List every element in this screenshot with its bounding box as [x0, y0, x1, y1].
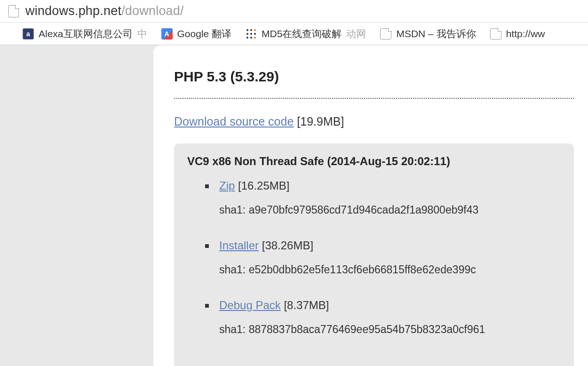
list-item: Installer [38.26MB] sha1: e52b0dbb62e5fe…: [205, 239, 561, 276]
bookmarks-bar: a Alexa互联网信息公司中 A Google 翻译 MD5在线查询破解 动网…: [0, 23, 588, 45]
download-source-link[interactable]: Download source code: [174, 115, 294, 128]
sidebar-gap: [0, 45, 153, 366]
bookmark-label: Google 翻译: [177, 27, 232, 40]
content-area: PHP 5.3 (5.3.29) Download source code [1…: [0, 45, 588, 366]
bookmark-google-translate[interactable]: A Google 翻译: [161, 27, 232, 40]
list-item: Debug Pack [8.37MB] sha1: 8878837b8aca77…: [205, 299, 561, 336]
url-host: windows.php.net: [25, 4, 121, 18]
page-title: PHP 5.3 (5.3.29): [174, 69, 574, 85]
bookmark-msdn[interactable]: MSDN – 我告诉你: [380, 27, 476, 40]
download-list: Zip [16.25MB] sha1: a9e70bfc979586cd71d9…: [187, 179, 561, 336]
alexa-icon: a: [23, 28, 34, 40]
bookmark-trail: 中: [137, 27, 147, 40]
sha1-hash: sha1: a9e70bfc979586cd71d946cada2f1a9800…: [219, 204, 561, 216]
bookmark-md5[interactable]: MD5在线查询破解 动网: [246, 27, 366, 40]
page-icon: [380, 28, 391, 40]
list-item: Zip [16.25MB] sha1: a9e70bfc979586cd71d9…: [205, 179, 561, 216]
file-size: [16.25MB]: [238, 179, 289, 192]
google-translate-icon: A: [161, 28, 173, 40]
url-text: windows.php.net/download/: [25, 4, 184, 18]
bookmark-trail: 动网: [346, 27, 366, 40]
bookmark-label: MD5在线查询破解: [262, 27, 342, 40]
source-size: [19.9MB]: [297, 115, 344, 128]
download-installer-link[interactable]: Installer: [219, 239, 259, 252]
page-icon: [490, 28, 501, 40]
build-section: VC9 x86 Non Thread Safe (2014-Aug-15 20:…: [174, 143, 574, 366]
grid-icon: [246, 28, 257, 40]
divider: [174, 98, 574, 99]
address-bar[interactable]: windows.php.net/download/: [0, 0, 588, 23]
bookmark-label: MSDN – 我告诉你: [396, 27, 476, 40]
main-content: PHP 5.3 (5.3.29) Download source code [1…: [153, 45, 588, 366]
bookmark-http[interactable]: http://ww: [490, 28, 545, 40]
sha1-hash: sha1: 8878837b8aca776469ee95a54b75b8323a…: [219, 323, 561, 336]
url-path: /download/: [121, 4, 184, 18]
section-title: VC9 x86 Non Thread Safe (2014-Aug-15 20:…: [187, 155, 561, 168]
file-size: [38.26MB]: [262, 239, 313, 252]
download-zip-link[interactable]: Zip: [219, 179, 235, 192]
file-size: [8.37MB]: [284, 299, 329, 311]
sha1-hash: sha1: e52b0dbb62e5fe113cf6eb66815ff8e62e…: [219, 263, 561, 276]
bookmark-label: Alexa互联网信息公司: [39, 27, 133, 40]
bookmark-alexa[interactable]: a Alexa互联网信息公司中: [23, 27, 147, 40]
bookmark-label: http://ww: [506, 28, 545, 40]
download-debugpack-link[interactable]: Debug Pack: [219, 299, 281, 311]
source-line: Download source code [19.9MB]: [174, 115, 574, 128]
page-icon: [8, 5, 19, 17]
